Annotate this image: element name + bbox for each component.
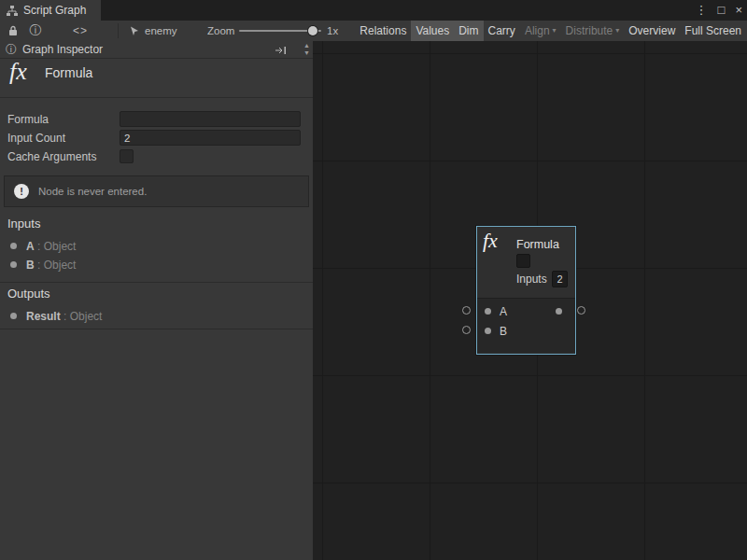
- carry-label: Carry: [488, 21, 515, 41]
- chevron-down-icon: ▾: [615, 21, 619, 41]
- warning-icon: !: [14, 184, 29, 199]
- port-colon: :: [37, 259, 40, 272]
- align-label: Align: [525, 21, 550, 41]
- scrollbar-arrows[interactable]: ▲ ▼: [303, 42, 310, 57]
- window-menu-icon[interactable]: ⋮: [696, 0, 708, 21]
- scroll-up-icon[interactable]: ▲: [303, 42, 310, 49]
- node-port-row-a: A: [477, 301, 575, 321]
- input-port-row-a: A : Object: [0, 239, 313, 254]
- graph-canvas[interactable]: fx Formula Inputs 2 A B: [313, 41, 747, 560]
- node-formula-input[interactable]: [516, 254, 530, 268]
- port-type: Object: [70, 310, 103, 323]
- divider: [0, 97, 313, 98]
- close-icon[interactable]: ×: [735, 0, 742, 21]
- formula-node-header[interactable]: fx Formula Inputs 2: [477, 227, 575, 298]
- inspector-title: Graph Inspector: [22, 43, 103, 56]
- tab-script-graph[interactable]: Script Graph: [0, 0, 101, 21]
- port-dot-icon: [10, 243, 17, 249]
- overview-label: Overview: [628, 21, 675, 41]
- outputs-section-header: Outputs: [7, 287, 50, 301]
- script-graph-icon: [7, 6, 18, 16]
- dim-label: Dim: [458, 21, 478, 41]
- unit-title: Formula: [45, 65, 92, 80]
- graph-toolbar: ⓘ <> enemy Zoom 1x Relations Values Dim …: [0, 21, 747, 42]
- relations-button[interactable]: Relations: [355, 21, 411, 41]
- cache-arguments-label: Cache Arguments: [7, 149, 96, 164]
- dock-icon[interactable]: [275, 45, 287, 58]
- port-name-text: A: [26, 240, 35, 253]
- graph-pointer-icon: [127, 21, 142, 41]
- window-controls: ⋮ □ ×: [696, 0, 742, 21]
- info-toggle-icon[interactable]: ⓘ: [26, 21, 45, 41]
- align-button: Align▾: [520, 21, 561, 41]
- node-title: Formula: [516, 238, 559, 251]
- overview-button[interactable]: Overview: [624, 21, 680, 41]
- zoom-label: Zoom: [207, 21, 234, 41]
- divider: [0, 282, 313, 283]
- warning-text: Node is never entered.: [38, 186, 147, 197]
- port-type: Object: [44, 259, 77, 272]
- input-count-label: Input Count: [7, 131, 65, 146]
- maximize-icon[interactable]: □: [718, 0, 726, 21]
- port-name-text: Result: [26, 310, 61, 323]
- port-ring-result[interactable]: [577, 306, 585, 315]
- distribute-button: Distribute▾: [561, 21, 625, 41]
- zoom-value: 1x: [327, 21, 338, 41]
- warning-box: ! Node is never entered.: [4, 175, 309, 207]
- formula-node-ports: A B: [477, 298, 575, 353]
- full-screen-button[interactable]: Full Screen: [680, 21, 746, 41]
- tab-bar: Script Graph ⋮ □ ×: [0, 0, 747, 21]
- node-input-count-field[interactable]: 2: [552, 271, 568, 287]
- input-count-input[interactable]: [120, 130, 301, 146]
- port-b-label: B: [500, 325, 507, 338]
- lock-icon[interactable]: [4, 21, 22, 41]
- zoom-slider-handle[interactable]: [308, 26, 317, 35]
- port-a-dot[interactable]: [485, 308, 491, 315]
- values-label: Values: [416, 21, 449, 41]
- formula-field-label: Formula: [7, 112, 49, 127]
- relations-label: Relations: [359, 21, 406, 41]
- output-port-row-result: Result : Object: [0, 309, 313, 324]
- port-ring-a[interactable]: [462, 306, 471, 315]
- inspector-header: ⓘ Graph Inspector: [0, 41, 313, 59]
- port-dot-icon: [10, 261, 17, 268]
- port-ring-b[interactable]: [462, 326, 471, 334]
- toolbar-separator: [118, 23, 119, 38]
- full-screen-label: Full Screen: [684, 21, 741, 41]
- zoom-slider[interactable]: [239, 21, 321, 41]
- port-type: Object: [44, 240, 77, 253]
- port-name-text: B: [26, 259, 35, 272]
- formula-input[interactable]: [120, 111, 301, 127]
- graph-name[interactable]: enemy: [145, 21, 177, 41]
- chevron-down-icon: ▾: [553, 21, 557, 41]
- toolbar-buttons: Relations Values Dim Carry Align▾ Distri…: [355, 21, 746, 41]
- node-inputs-label: Inputs: [516, 273, 547, 286]
- tab-title: Script Graph: [23, 4, 86, 17]
- port-result-dot[interactable]: [556, 308, 562, 315]
- formula-node[interactable]: fx Formula Inputs 2 A B: [476, 226, 576, 355]
- port-b-dot[interactable]: [485, 328, 491, 334]
- port-name: Result : Object: [26, 309, 102, 324]
- values-button[interactable]: Values: [411, 21, 454, 41]
- fx-icon: fx: [483, 229, 498, 253]
- distribute-label: Distribute: [566, 21, 613, 41]
- scroll-down-icon[interactable]: ▼: [303, 49, 310, 57]
- graph-inspector-panel: ⓘ Graph Inspector ▲ ▼ fx Formula Formula…: [0, 41, 314, 560]
- port-colon: :: [63, 310, 66, 323]
- port-dot-icon: [10, 313, 17, 319]
- code-icon[interactable]: <>: [69, 21, 92, 41]
- info-icon: ⓘ: [6, 42, 17, 58]
- port-a-label: A: [500, 305, 507, 318]
- cache-arguments-checkbox[interactable]: [120, 149, 134, 163]
- node-port-row-b: B: [477, 321, 575, 341]
- port-name: A : Object: [26, 239, 76, 254]
- port-colon: :: [37, 240, 40, 253]
- port-name: B : Object: [26, 258, 76, 273]
- divider: [0, 329, 313, 329]
- inputs-section-header: Inputs: [7, 217, 40, 231]
- fx-icon: fx: [9, 58, 27, 86]
- unity-script-graph-window: Script Graph ⋮ □ × ⓘ <> enemy Zoom 1x Re…: [0, 0, 747, 560]
- carry-button[interactable]: Carry: [484, 21, 520, 41]
- input-port-row-b: B : Object: [0, 258, 313, 273]
- dim-button[interactable]: Dim: [454, 21, 483, 41]
